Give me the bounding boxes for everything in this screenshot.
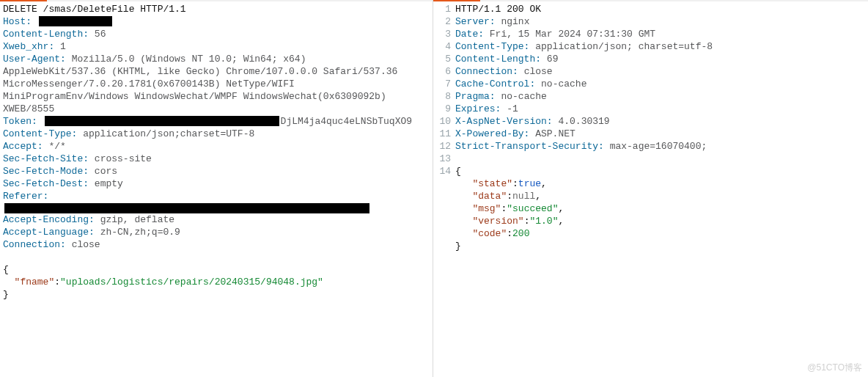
req-content-type-header-value: application/json;charset=UTF-8: [83, 128, 254, 139]
pragma-header-name: Pragma:: [455, 91, 501, 102]
host-header-name: Host:: [3, 16, 37, 27]
req-content-type-header-name: Content-Type:: [3, 128, 83, 139]
response-pane[interactable]: 1HTTP/1.1 200 OK 2Server: nginx 3Date: F…: [433, 0, 868, 377]
resp-content-length-header-name: Content-Length:: [455, 54, 547, 65]
date-header-name: Date:: [455, 29, 490, 40]
gutter-5: 5: [433, 53, 455, 65]
resp-key-state: "state": [455, 178, 512, 189]
host-redacted: [39, 16, 112, 26]
user-agent-cont-1: AppleWebKit/537.36 (KHTML, like Gecko) C…: [3, 65, 430, 78]
accept-encoding-header-name: Accept-Encoding:: [3, 214, 100, 225]
request-pane[interactable]: DELETE /smas/DeleteFile HTTP/1.1 Host: C…: [0, 0, 433, 377]
sts-header-name: Strict-Transport-Security:: [455, 141, 610, 152]
accept-language-header-value: zh-CN,zh;q=0.9: [100, 227, 180, 238]
gutter-10: 10: [433, 115, 455, 128]
gutter-11: 11: [433, 128, 455, 140]
gutter-13: 13: [433, 153, 455, 165]
resp-val-state: true: [518, 178, 541, 189]
gutter-7: 7: [433, 78, 455, 90]
response-tab-bar: [433, 0, 868, 1]
gutter-9: 9: [433, 103, 455, 115]
sec-fetch-dest-header-name: Sec-Fetch-Dest:: [3, 178, 95, 189]
expires-header-name: Expires:: [455, 103, 507, 114]
resp-body-open-brace: {: [455, 165, 865, 177]
resp-val-msg: "succeed": [507, 203, 558, 214]
resp-key-msg: "msg": [455, 203, 501, 214]
gutter-8: 8: [433, 90, 455, 103]
resp-key-data: "data": [455, 191, 507, 202]
resp-val-data: null: [512, 191, 535, 202]
gutter-6: 6: [433, 65, 455, 78]
sec-fetch-mode-header-value: cors: [95, 166, 117, 177]
req-body-open-brace: {: [3, 263, 430, 276]
req-connection-header-value: close: [72, 239, 100, 250]
resp-connection-header-name: Connection:: [455, 66, 524, 77]
x-aspnet-version-header-name: X-AspNet-Version:: [455, 116, 558, 127]
sec-fetch-mode-header-name: Sec-Fetch-Mode:: [3, 166, 95, 177]
user-agent-header-name: User-Agent:: [3, 54, 72, 65]
referer-header-name: Referer:: [3, 191, 48, 202]
x-powered-by-header-value: ASP.NET: [535, 128, 575, 139]
xweb-xhr-header-value: 1: [60, 41, 66, 52]
resp-key-version: "version": [455, 216, 524, 227]
sts-header-value: max-age=16070400;: [610, 141, 707, 152]
referer-redacted: [4, 203, 369, 213]
resp-content-length-header-value: 69: [547, 54, 559, 65]
accept-encoding-header-value: gzip, deflate: [100, 214, 174, 225]
user-agent-cont-3: MiniProgramEnv/Windows WindowsWechat/WMP…: [3, 90, 430, 103]
gutter-3: 3: [433, 28, 455, 40]
resp-val-version: "1.0": [529, 216, 558, 227]
resp-content-type-header-name: Content-Type:: [455, 41, 535, 52]
req-body-close-brace: }: [3, 288, 430, 301]
resp-body-close-brace: }: [455, 240, 865, 252]
gutter-1: 1: [433, 3, 455, 15]
token-header-name: Token:: [3, 116, 43, 127]
resp-key-code: "code": [455, 228, 507, 239]
pragma-header-value: no-cache: [501, 91, 546, 102]
cache-control-header-name: Cache-Control:: [455, 78, 541, 89]
accept-header-value: */*: [48, 141, 65, 152]
sec-fetch-dest-header-value: empty: [95, 178, 123, 189]
x-powered-by-header-name: X-Powered-By:: [455, 128, 535, 139]
expires-header-value: -1: [507, 103, 518, 114]
server-header-value: nginx: [501, 16, 529, 27]
sec-fetch-site-header-value: cross-site: [95, 153, 152, 164]
resp-val-code: 200: [512, 228, 529, 239]
date-header-value: Fri, 15 Mar 2024 07:31:30 GMT: [490, 29, 655, 40]
user-agent-cont-4: XWEB/8555: [3, 103, 430, 115]
token-redacted: [45, 116, 279, 126]
req-body-key-fname: "fname": [3, 277, 54, 288]
response-body-text[interactable]: 1HTTP/1.1 200 OK 2Server: nginx 3Date: F…: [433, 1, 868, 255]
gutter-4: 4: [433, 40, 455, 53]
xweb-xhr-header-name: Xweb_xhr:: [3, 41, 60, 52]
accept-header-name: Accept:: [3, 141, 48, 152]
resp-connection-header-value: close: [524, 66, 553, 77]
gutter-12: 12: [433, 140, 455, 153]
request-line: DELETE /smas/DeleteFile HTTP/1.1: [3, 3, 430, 15]
resp-content-type-header-value: application/json; charset=utf-8: [535, 41, 713, 52]
response-status-line: HTTP/1.1 200 OK: [455, 3, 865, 15]
req-body-val-fname: "uploads/logistics/repairs/20240315/9404…: [60, 277, 323, 288]
gutter-14: 14: [433, 165, 455, 177]
cache-control-header-value: no-cache: [541, 78, 586, 89]
gutter-2: 2: [433, 15, 455, 28]
sec-fetch-site-header-name: Sec-Fetch-Site:: [3, 153, 95, 164]
req-connection-header-name: Connection:: [3, 239, 72, 250]
user-agent-cont-2: MicroMessenger/7.0.20.1781(0x6700143B) N…: [3, 78, 430, 90]
request-tab-bar: [0, 0, 433, 1]
token-suffix: DjLM4ja4quc4eLNSbTuqXO9: [281, 116, 412, 127]
server-header-name: Server:: [455, 16, 501, 27]
content-length-header-value: 56: [95, 29, 106, 40]
user-agent-header-value: Mozilla/5.0 (Windows NT 10.0; Win64; x64…: [72, 54, 306, 65]
content-length-header-name: Content-Length:: [3, 29, 95, 40]
accept-language-header-name: Accept-Language:: [3, 227, 100, 238]
request-body-text[interactable]: DELETE /smas/DeleteFile HTTP/1.1 Host: C…: [0, 1, 433, 304]
x-aspnet-version-header-value: 4.0.30319: [558, 116, 609, 127]
